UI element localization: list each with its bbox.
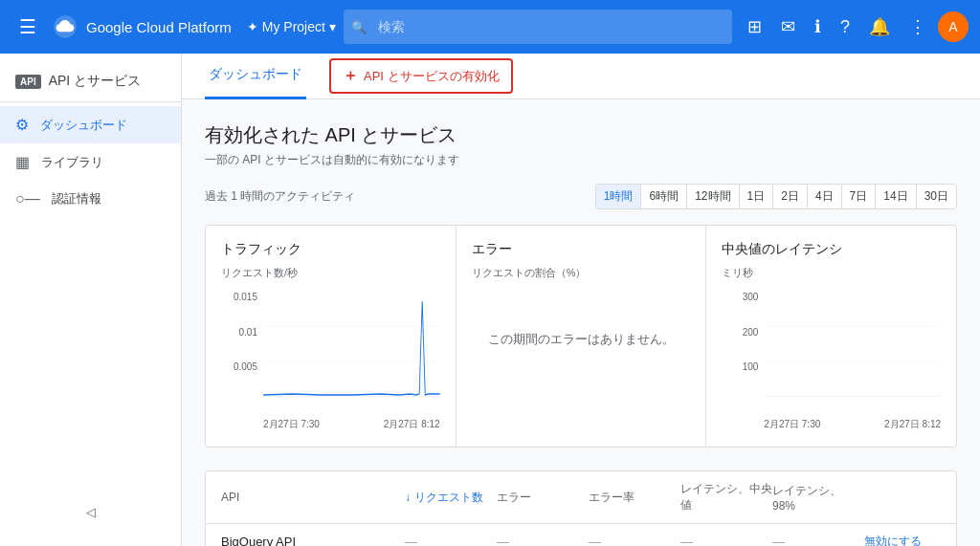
project-selector[interactable]: ✦ My Project ▾ [247, 19, 336, 34]
nav-actions: ⊞ ✉ ℹ ? 🔔 ⋮ A [740, 9, 969, 45]
chevron-down-icon: ▾ [329, 19, 336, 34]
chart-errors-title: エラー [472, 241, 691, 258]
chart-traffic-area: 0.015 0.01 0.005 [221, 292, 440, 416]
sidebar-label-dashboard: ダッシュボード [40, 117, 127, 134]
search-input[interactable] [344, 10, 732, 44]
chart-traffic-svg [263, 292, 440, 397]
sidebar-label-credentials: 認証情報 [52, 190, 101, 207]
time-btn-4d[interactable]: 4日 [808, 185, 842, 208]
chart-latency-title: 中央値のレイテンシ [722, 241, 941, 258]
table-header: API ↓ リクエスト数 エラー エラー率 レイテンシ、中央値 レイテンシ、98… [206, 471, 956, 524]
app-logo: Google Cloud Platform [52, 13, 232, 40]
enable-api-button[interactable]: ＋ API とサービスの有効化 [329, 58, 513, 94]
time-btn-6h[interactable]: 6時間 [641, 185, 687, 208]
app-title: Google Cloud Platform [86, 19, 232, 35]
chart-traffic: トラフィック リクエスト数/秒 0.015 0.01 0.005 [206, 226, 457, 447]
avatar[interactable]: A [938, 11, 969, 42]
info-icon[interactable]: ℹ [807, 9, 829, 45]
bell-icon[interactable]: 🔔 [861, 9, 898, 45]
sidebar-header: API API とサービス [0, 61, 181, 102]
sidebar-label-library: ライブラリ [41, 154, 103, 171]
plus-icon: ＋ [343, 66, 358, 86]
col-api: API [221, 491, 405, 504]
chart-latency-area: 300 200 100 [722, 292, 941, 416]
row-api-name: BigQuery API [221, 535, 405, 546]
sort-up-icon: ↓ [405, 491, 411, 504]
disable-btn-0[interactable]: 無効にする [864, 534, 941, 546]
search-icon: 🔍 [351, 20, 367, 34]
col-latency-median: レイテンシ、中央値 [680, 481, 772, 513]
google-cloud-icon [52, 13, 78, 40]
time-btn-1h[interactable]: 1時間 [596, 185, 642, 208]
chart-errors-subtitle: リクエストの割合（%） [472, 266, 691, 280]
page-content: 有効化された API とサービス 一部の API とサービスは自動的に有効になり… [182, 99, 980, 546]
tab-dashboard[interactable]: ダッシュボード [205, 54, 306, 99]
more-icon[interactable]: ⋮ [902, 9, 934, 45]
menu-icon[interactable]: ☰ [11, 8, 44, 46]
sidebar: API API とサービス ⚙ ダッシュボード ▦ ライブラリ ○— 認証情報 … [0, 54, 182, 546]
chart-latency: 中央値のレイテンシ ミリ秒 300 200 100 [706, 226, 956, 447]
settings-icon: ⚙ [15, 116, 29, 134]
chart-latency-y-labels: 300 200 100 [722, 292, 758, 397]
sidebar-item-dashboard[interactable]: ⚙ ダッシュボード [0, 106, 181, 143]
activity-label: 過去 1 時間のアクティビティ [205, 188, 355, 205]
chart-traffic-x-labels: 2月27日 7:30 2月27日 8:12 [263, 418, 440, 431]
time-btn-7d[interactable]: 7日 [842, 185, 877, 208]
chart-traffic-y-labels: 0.015 0.01 0.005 [221, 292, 257, 397]
apps-icon[interactable]: ⊞ [740, 9, 769, 45]
sidebar-item-library[interactable]: ▦ ライブラリ [0, 143, 181, 181]
time-buttons: 1時間 6時間 12時間 1日 2日 4日 7日 14日 30日 [595, 184, 957, 209]
enable-api-label: API とサービスの有効化 [364, 68, 500, 85]
help-icon[interactable]: ? [833, 10, 858, 45]
search-bar: 🔍 [344, 10, 732, 44]
time-btn-1d[interactable]: 1日 [740, 185, 774, 208]
chart-traffic-subtitle: リクエスト数/秒 [221, 266, 440, 280]
api-badge: API [15, 75, 41, 89]
chart-latency-svg [764, 292, 941, 397]
library-icon: ▦ [15, 153, 30, 171]
time-btn-14d[interactable]: 14日 [876, 185, 916, 208]
chart-latency-subtitle: ミリ秒 [722, 266, 941, 280]
col-latency-98: レイテンシ、98% [772, 483, 864, 513]
chart-traffic-title: トラフィック [221, 241, 440, 258]
mail-icon[interactable]: ✉ [773, 9, 803, 45]
top-nav: ☰ Google Cloud Platform ✦ My Project ▾ 🔍… [0, 0, 980, 54]
project-name: My Project [262, 19, 325, 34]
collapse-icon: ◁ [86, 505, 96, 519]
col-errors: エラー [497, 490, 589, 506]
col-requests[interactable]: ↓ リクエスト数 [405, 490, 497, 506]
tabs-bar: ダッシュボード ＋ API とサービスの有効化 [182, 54, 980, 99]
sidebar-item-credentials[interactable]: ○— 認証情報 [0, 181, 181, 217]
time-btn-12h[interactable]: 12時間 [687, 185, 739, 208]
time-btn-30d[interactable]: 30日 [917, 185, 956, 208]
time-filter-row: 過去 1 時間のアクティビティ 1時間 6時間 12時間 1日 2日 4日 7日… [205, 184, 957, 209]
page-subtitle: 一部の API とサービスは自動的に有効になります [205, 152, 957, 168]
sidebar-title: API とサービス [49, 73, 141, 90]
sidebar-collapse-button[interactable]: ◁ [0, 497, 182, 527]
app-layout: API API とサービス ⚙ ダッシュボード ▦ ライブラリ ○— 認証情報 … [0, 54, 980, 546]
charts-row: トラフィック リクエスト数/秒 0.015 0.01 0.005 [205, 225, 957, 448]
main-content: ダッシュボード ＋ API とサービスの有効化 有効化された API とサービス… [182, 54, 980, 546]
table-row: BigQuery API — — — — — 無効にする [206, 524, 956, 546]
key-icon: ○— [15, 190, 40, 207]
chart-latency-x-labels: 2月27日 7:30 2月27日 8:12 [764, 418, 941, 431]
col-error-rate: エラー率 [589, 490, 680, 506]
api-table: API ↓ リクエスト数 エラー エラー率 レイテンシ、中央値 レイテンシ、98… [205, 470, 957, 546]
chart-errors-no-data: この期間のエラーはありません。 [472, 292, 691, 387]
time-btn-2d[interactable]: 2日 [773, 185, 808, 208]
chart-errors: エラー リクエストの割合（%） この期間のエラーはありません。 [457, 226, 707, 447]
page-heading: 有効化された API とサービス [205, 122, 957, 148]
